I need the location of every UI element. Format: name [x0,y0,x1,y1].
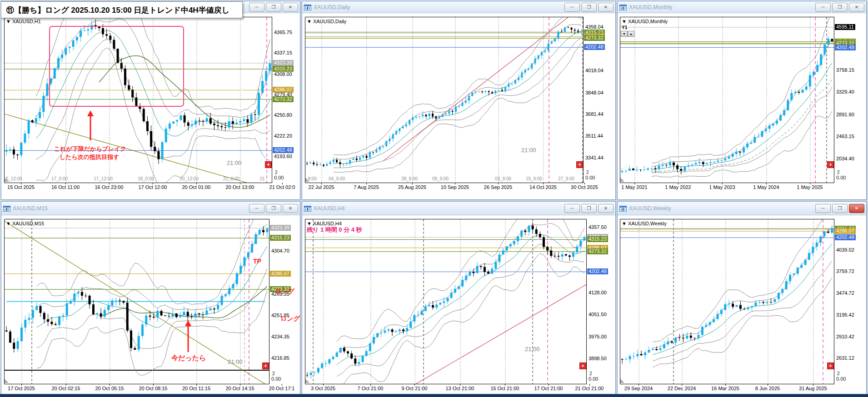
annotation-text: 21:00 [521,147,536,154]
minimize-button[interactable]: ─ [249,204,264,213]
maximize-button[interactable]: ❐ [832,3,848,12]
price-label-4308.00: 4308.00 [274,71,292,77]
chart-window-weekly: XAUUSD,Weekly─❐✕▼ XAUUSD,Weekly4315.2342… [617,201,867,395]
date-label: 7 Aug 2025 [354,184,379,190]
chart-plot-h4[interactable] [305,219,587,384]
price-label-3759.72: 3759.72 [836,268,854,274]
y1-step-buttons[interactable]: ▼▲ [621,31,634,37]
price-label-4039.02: 4039.02 [836,247,854,253]
close-button[interactable]: ✕ [598,3,614,12]
date-tick [321,183,322,184]
chart-plot-weekly[interactable] [620,219,834,384]
one-click-trading-button[interactable]: + [262,362,269,369]
price-label-3329.40: 3329.40 [836,89,854,95]
minimize-button[interactable]: ─ [815,204,831,213]
price-label-4222.20: 4222.20 [274,133,292,139]
intraday-time-label: 20_12:00 [180,176,199,181]
price-label-4337.15: 4337.15 [274,50,292,56]
window-title: XAUUSD,H4 [314,205,345,212]
date-label: 16 Mar 2025 [711,386,739,391]
corner-scale-label: 0.00 [589,377,598,381]
date-tick [366,183,367,184]
corner-scale-label: 2 [837,372,840,376]
chart-window-m15: XAUUSD,M15─❐✕▼ XAUUSD,M154323.394315.234… [1,201,300,395]
chart-window-icon [619,205,627,211]
close-button[interactable]: ✕ [849,3,864,12]
date-tick [110,384,110,386]
intraday-time-label: 28_9:00 [401,176,418,181]
date-label: 1 May 2023 [709,184,735,190]
annotation-text: ロング [280,315,300,323]
window-titlebar-m15[interactable]: XAUUSD,M15─❐✕ [1,202,300,215]
date-tick [460,384,460,386]
chart-plot-monthly[interactable] [620,17,834,183]
price-label-4357.50: 4357.50 [589,224,607,230]
symbol-label-monthly: ▼ XAUUSD,Monthly [622,19,668,24]
chart-window-h1: XAUUSD,H1─❐✕▼ XAUUSD,H14365.754337.15432… [1,1,300,200]
one-click-trading-button[interactable]: + [576,161,583,168]
annotation-text: 残り 1 時間 0 分 4 秒 [307,226,362,234]
step-down-button[interactable]: ▼ [621,31,628,37]
window-controls: ─❐✕ [564,3,614,12]
maximize-button[interactable]: ❐ [581,204,597,213]
chart-window-icon [304,4,311,10]
price-label-4273.32: 4273.32 [587,248,608,254]
window-controls: ─❐✕ [815,3,864,12]
date-label: 15 Oct 2025 [7,184,35,190]
symbol-label-daily: ▼ XAUUSD,Daily [307,19,346,24]
mdi-workspace: XAUUSD,H1─❐✕▼ XAUUSD,H14365.754337.15432… [0,0,868,397]
close-button[interactable]: ✕ [283,204,298,213]
window-titlebar-daily[interactable]: XAUUSD,Daily─❐✕ [302,1,615,13]
date-tick [196,183,197,184]
minimize-button[interactable]: ─ [564,3,580,12]
price-label-4193.60: 4193.60 [274,154,292,159]
date-label: 10 Sep 2025 [441,184,469,190]
price-label-4128.00: 4128.00 [589,290,607,296]
price-label-3341.44: 3341.44 [585,155,604,161]
one-click-trading-button[interactable]: + [265,161,272,168]
one-click-trading-button[interactable]: + [579,362,586,369]
corner-scale-label: 0.00 [271,377,281,381]
one-click-trading-button[interactable]: + [827,161,834,168]
date-label: 1 May 2025 [797,184,823,190]
price-label-4051.50: 4051.50 [589,312,607,318]
symbol-label-h1: ▼ XAUUSD,H1 [6,19,41,24]
date-label: 17 Oct 2025 [8,386,35,391]
candlestick-chart-monthly [620,17,834,183]
window-titlebar-weekly[interactable]: XAUUSD,Weekly─❐✕ [618,202,866,215]
step-up-button[interactable]: ▲ [628,31,634,37]
minimize-button[interactable]: ─ [815,3,831,12]
chart-begin-marker [305,379,309,383]
date-tick [768,384,768,386]
close-button[interactable]: ✕ [598,204,614,213]
close-button[interactable]: ✕ [283,3,298,12]
maximize-button[interactable]: ❐ [581,3,597,12]
intraday-time-label: 21_0:00 [223,176,239,181]
one-click-trading-button[interactable]: + [827,362,834,369]
date-tick [766,183,767,184]
minimize-button[interactable]: ─ [249,3,264,12]
price-label-3681.44: 3681.44 [585,111,604,117]
price-label-2891.90: 2891.90 [836,112,854,118]
chart-plot-daily[interactable] [305,17,584,183]
price-label-4365.75: 4365.75 [274,30,292,35]
price-label-3195.42: 3195.42 [836,312,854,318]
window-titlebar-monthly[interactable]: XAUUSD,Monthly─❐✕ [618,1,866,13]
intraday-time-label: 04_9:00 [329,176,345,181]
price-label-3511.44: 3511.44 [585,133,603,139]
maximize-button[interactable]: ❐ [266,204,281,213]
maximize-button[interactable]: ❐ [832,204,848,213]
window-titlebar-h4[interactable]: XAUUSD,H4─❐✕ [302,202,615,215]
minimize-button[interactable]: ─ [564,204,580,213]
corner-scale-label: 2 [272,372,275,376]
date-tick [498,183,499,184]
price-label-4304.70: 4304.70 [271,248,289,254]
window-controls: ─❐✕ [564,204,614,213]
maximize-button[interactable]: ❐ [266,3,281,12]
candlestick-chart-weekly [620,219,834,384]
close-button[interactable]: ✕ [849,204,864,213]
date-tick [810,183,810,184]
chart-window-h4: XAUUSD,H4─❐✕▼ XAUUSD,H44357.504323.39431… [302,201,616,395]
price-label-4234.35: 4234.35 [271,334,289,340]
date-tick [584,183,585,184]
